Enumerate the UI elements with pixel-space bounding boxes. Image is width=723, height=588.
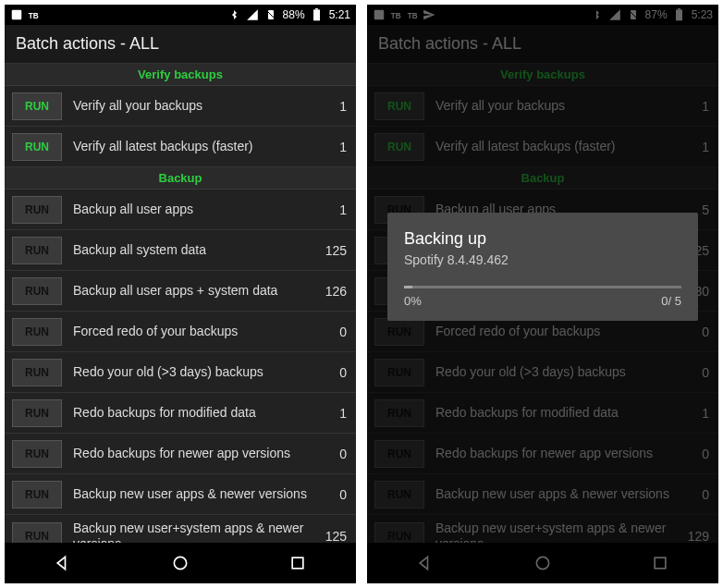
recents-icon[interactable] <box>288 554 307 572</box>
clock-text: 5:21 <box>329 8 350 21</box>
run-button[interactable]: RUN <box>12 399 62 427</box>
progress-count: 0/ 5 <box>661 294 681 308</box>
section-header: Backup <box>5 167 356 190</box>
progress-bar <box>404 286 681 288</box>
action-label: Backup all user apps <box>73 202 312 217</box>
svg-rect-0 <box>12 10 22 20</box>
back-icon[interactable] <box>54 554 72 572</box>
action-count: 0 <box>312 365 347 380</box>
battery-icon <box>311 8 324 21</box>
run-button[interactable]: RUN <box>12 133 62 161</box>
no-sim-icon <box>264 8 277 21</box>
run-button[interactable]: RUN <box>12 237 62 264</box>
action-row[interactable]: RUNRedo backups for newer app versions0 <box>5 434 356 474</box>
image-icon <box>10 8 23 21</box>
tb-icon: TB <box>27 8 40 21</box>
left-screenshot: TB 88% 5:21 Batch actions - ALL Verify b… <box>5 5 356 583</box>
action-label: Redo backups for modified data <box>73 405 312 421</box>
action-count: 1 <box>312 406 347 421</box>
action-label: Forced redo of your backups <box>73 324 312 339</box>
action-count: 126 <box>312 284 347 299</box>
run-button[interactable]: RUN <box>12 196 62 224</box>
bluetooth-icon <box>227 8 240 21</box>
signal-icon <box>246 8 259 21</box>
page-title: Batch actions - ALL <box>5 25 356 64</box>
run-button[interactable]: RUN <box>12 440 62 468</box>
action-count: 0 <box>312 487 347 502</box>
action-count: 1 <box>312 202 347 217</box>
action-row[interactable]: RUNVerify all latest backups (faster)1 <box>5 127 356 167</box>
action-label: Backup new user apps & newer versions <box>73 486 312 502</box>
action-count: 0 <box>312 325 347 339</box>
action-label: Redo backups for newer app versions <box>73 446 312 461</box>
nav-bar <box>5 543 356 583</box>
action-row[interactable]: RUNBackup all user apps + system data126 <box>5 271 356 312</box>
run-button[interactable]: RUN <box>12 277 62 305</box>
action-row[interactable]: RUNRedo your old (>3 days) backups0 <box>5 352 356 393</box>
progress-pct: 0% <box>404 294 422 308</box>
right-screenshot: TB TB 87% 5:23 Batch actions - ALL Verif… <box>367 5 718 583</box>
progress-dialog: Backing up Spotify 8.4.49.462 0% 0/ 5 <box>387 213 698 321</box>
svg-rect-4 <box>313 9 320 20</box>
action-row[interactable]: RUNForced redo of your backups0 <box>5 312 356 352</box>
run-button[interactable]: RUN <box>12 318 62 346</box>
action-label: Verify all your backups <box>73 98 312 114</box>
run-button[interactable]: RUN <box>12 481 62 508</box>
action-label: Backup all system data <box>73 242 312 258</box>
svg-rect-5 <box>315 8 318 9</box>
dialog-title: Backing up <box>404 229 681 249</box>
run-button[interactable]: RUN <box>12 359 62 386</box>
action-row[interactable]: RUNBackup all system data125 <box>5 230 356 271</box>
action-row[interactable]: RUNBackup all user apps1 <box>5 190 356 230</box>
action-row[interactable]: RUNRedo backups for modified data1 <box>5 393 356 434</box>
action-count: 125 <box>312 243 347 258</box>
action-label: Backup all user apps + system data <box>73 283 312 299</box>
dialog-subtitle: Spotify 8.4.49.462 <box>404 252 681 267</box>
battery-pct: 88% <box>283 8 305 21</box>
status-bar: TB 88% 5:21 <box>5 5 356 25</box>
action-count: 125 <box>312 529 347 544</box>
svg-rect-7 <box>292 557 303 569</box>
action-count: 0 <box>312 447 347 461</box>
svg-text:TB: TB <box>29 12 39 20</box>
run-button[interactable]: RUN <box>12 92 62 120</box>
action-label: Verify all latest backups (faster) <box>73 139 312 154</box>
list[interactable]: Verify backupsRUNVerify all your backups… <box>5 64 356 581</box>
home-icon[interactable] <box>171 554 190 572</box>
svg-point-6 <box>174 557 186 569</box>
section-header: Verify backups <box>5 64 356 86</box>
action-row[interactable]: RUNBackup new user apps & newer versions… <box>5 474 356 515</box>
action-label: Redo your old (>3 days) backups <box>73 364 312 380</box>
action-count: 1 <box>312 140 347 154</box>
action-row[interactable]: RUNVerify all your backups1 <box>5 86 356 127</box>
action-count: 1 <box>312 99 347 114</box>
